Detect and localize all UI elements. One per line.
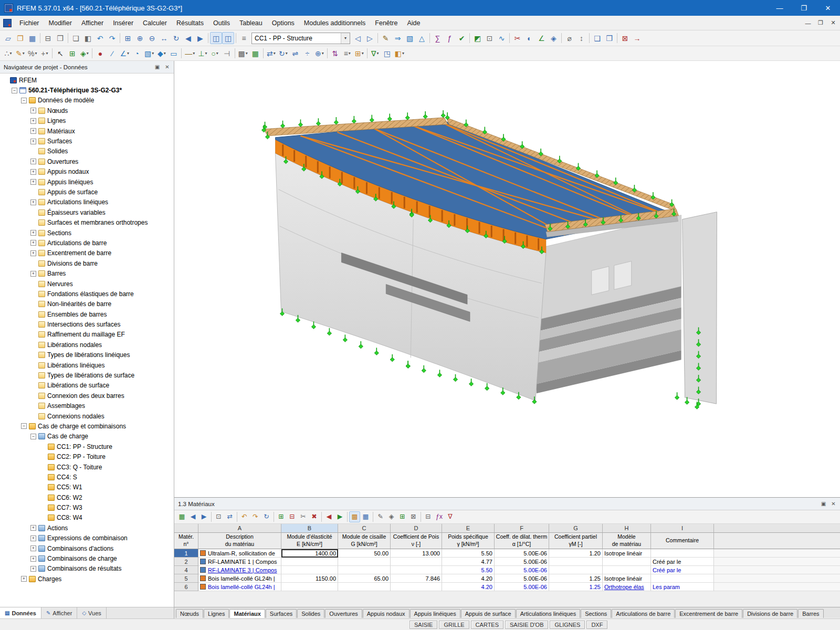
viewport-3d[interactable] [174,61,840,498]
status-saisie[interactable]: SAISIE [410,621,437,629]
fill-function-button[interactable]: ▩ [349,511,360,522]
print-preview-button[interactable]: ❒ [54,32,66,44]
table-cell[interactable]: 13.000 [391,549,442,558]
excel-export-button[interactable]: ⊞ [397,511,408,522]
table-cell[interactable]: 1.25 [549,583,603,591]
tree-item-appuis-lineiques[interactable]: +Appuis linéiques [0,177,174,187]
table-cell[interactable]: 5.00E-06 [495,558,549,566]
table-settings-button[interactable]: ▦ [176,511,187,522]
table-cell[interactable]: Créé par le [651,558,714,566]
new-arc-button[interactable]: ◔ [131,47,143,59]
tree-item-divisions-de-barre[interactable]: Divisions de barre [0,258,174,268]
table-cell[interactable] [281,583,338,591]
column-header-poids-specifique[interactable]: Poids spécifiqueγ [kN/m³] [442,533,495,549]
tree-expander[interactable]: + [30,179,36,185]
table-tab-n-uds[interactable]: Nœuds [176,609,203,618]
tree-item-lignes[interactable]: +Lignes [0,116,174,126]
tree-item-types-de-liberations-de-surface[interactable]: Types de libérations de surface [0,370,174,380]
tree-item-intersections-des-surfaces[interactable]: Intersections des surfaces [0,319,174,329]
support-marker[interactable] [298,119,302,127]
support-marker[interactable] [441,110,445,118]
next-load-case-button[interactable]: ▷ [364,32,376,44]
support-marker[interactable] [352,116,356,123]
table-cell[interactable]: 5.00E-06 [495,566,549,574]
surface-load-button[interactable]: ▧ [404,32,416,44]
table-cell[interactable]: 1.20 [549,549,603,558]
menu-tableau[interactable]: Tableau [235,17,267,29]
table-tab-articulations-lineiques[interactable]: Articulations linéiques [516,609,580,618]
divide-button[interactable]: ÷ [301,47,313,59]
tree-item-cc1-pp-structure[interactable]: CC1: PP - Structure [0,442,174,452]
tree-expander[interactable]: + [30,556,36,562]
tree-expander[interactable]: + [30,525,36,531]
menu-afficher[interactable]: Afficher [77,17,108,29]
navigator-tab-afficher[interactable]: ✎Afficher [41,607,77,618]
tree-expander[interactable]: + [30,118,36,124]
table-cell[interactable]: Isotrope linéair [603,549,651,558]
column-header-mater[interactable]: Matér.n° [174,533,198,549]
support-marker[interactable] [359,341,363,349]
new-opening-button[interactable]: ▭ [167,47,180,59]
tree-item-cas-de-charge-et-combinaisons[interactable]: −Cas de charge et combinaisons [0,421,174,431]
refresh-table-button[interactable]: ↻ [261,511,272,522]
tree-expander[interactable]: + [30,200,36,205]
support-marker[interactable] [327,328,331,335]
insert-row-button[interactable]: ⊞ [276,511,287,522]
grid-letter-h[interactable]: H [603,524,651,533]
blocks-button[interactable]: ⊞▾ [353,47,365,59]
ole-link-button[interactable]: ⊠ [408,511,419,522]
tree-expander[interactable]: + [30,139,36,144]
tree-item-liberations-nodales[interactable]: Libérations nodales [0,340,174,350]
table-cell[interactable]: Orthotrope élas [603,583,651,591]
clipping-box-button[interactable]: ◳ [381,47,393,59]
tree-expander[interactable]: + [30,250,36,256]
new-node-button[interactable]: ● [94,47,106,59]
select-special-button[interactable]: ◈▾ [78,47,90,59]
interior-panel-2[interactable] [614,261,632,290]
new-surface-button[interactable]: ▧▾ [143,47,155,59]
column-header-coefficient-de-pois[interactable]: Coefficient de Poisν [-] [391,533,442,549]
tree-item-combinaisons-de-resultats[interactable]: +Combinaisons de résultats [0,564,174,574]
insert-picture-button[interactable]: ◈ [386,511,397,522]
table-cell[interactable] [281,566,338,574]
table-cell[interactable] [338,583,391,591]
tree-expander[interactable]: + [30,128,36,134]
member-load-button[interactable]: ⇒ [392,32,404,44]
table-tab-appuis-de-surface[interactable]: Appuis de surface [461,609,516,618]
tree-item-ouvertures[interactable]: +Ouvertures [0,156,174,166]
child-minimize-button[interactable]: — [802,18,814,28]
grid-letter-c[interactable]: C [338,524,391,533]
extrude-button[interactable]: ⇅ [329,47,341,59]
table-cell[interactable]: RF-LAMINATE 1 | Compos [198,558,281,566]
free-load-button[interactable]: △ [416,32,428,44]
tree-item-actions[interactable]: +Actions [0,523,174,533]
tree-expander[interactable]: + [21,576,27,582]
table-cell[interactable]: 5.00E-06 [495,549,549,558]
support-marker[interactable] [406,361,410,368]
visibility-mode-button[interactable]: ◐ [523,32,536,44]
close-icon[interactable]: ✕ [829,499,838,508]
tree-item-raffinement-du-maillage-ef[interactable]: Raffinement du maillage EF [0,330,174,340]
tree-expander[interactable]: + [30,108,36,113]
menu-modules-additionnels[interactable]: Modules additionnels [299,17,370,29]
table-tab-lignes[interactable]: Lignes [204,609,229,618]
mirror-button[interactable]: ⇌ [289,47,301,59]
toggle-navigator-button[interactable]: ◫ [210,32,222,44]
table-cell[interactable] [391,566,442,574]
maximize-button[interactable]: ❐ [792,0,816,16]
export-data-button[interactable]: ▶ [334,511,345,522]
layers-button[interactable]: ≡▾ [341,47,353,59]
new-hinge-button[interactable]: ○▾ [209,47,221,59]
grid-letter-b[interactable]: B [281,524,338,533]
support-marker[interactable] [262,122,267,129]
open-file-button[interactable]: ❐ [14,32,26,44]
tree-expander[interactable]: − [21,423,27,429]
support-marker[interactable] [374,348,379,355]
move-copy-button[interactable]: ⇄▾ [265,47,277,59]
tree-item-cc3-q-toiture[interactable]: CC3: Q - Toiture [0,462,174,472]
table-cell[interactable]: 1400.00 [281,549,338,558]
print-graphic-button[interactable]: ⊠ [619,32,631,44]
right-wall-panel[interactable] [682,212,717,404]
load-case-combo[interactable]: CC1 - PP - Structure ▾ [251,33,350,44]
goto-next-table-button[interactable]: ▶ [198,511,209,522]
